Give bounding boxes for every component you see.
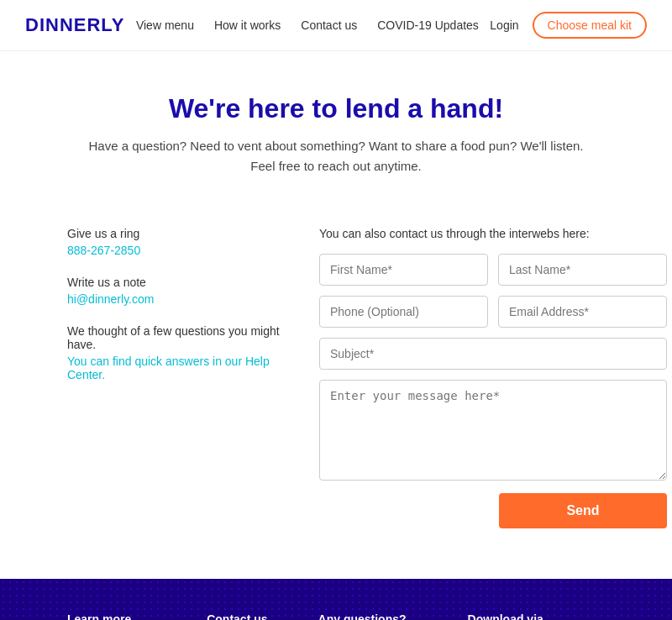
phone-input[interactable]: [319, 296, 488, 328]
help-center-link[interactable]: You can find quick answers in our Help C…: [67, 355, 270, 381]
nav-view-menu[interactable]: View menu: [136, 18, 194, 32]
hero-section: We're here to lend a hand! Have a questi…: [0, 51, 672, 210]
email-section: Write us a note hi@dinnerly.com: [67, 276, 286, 306]
hero-line1: Have a question? Need to vent about some…: [17, 136, 655, 156]
help-section: We thought of a few questions you might …: [67, 324, 286, 381]
contact-email[interactable]: hi@dinnerly.com: [67, 292, 154, 306]
main-content: Give us a ring 888-267-2850 Write us a n…: [0, 210, 672, 579]
footer-learn-more: Learn more How it works Careers Terms Pr…: [67, 612, 156, 620]
phone-email-row: [319, 296, 667, 328]
footer-questions-heading: Any questions?: [318, 612, 417, 620]
phone-title: Give us a ring: [67, 227, 286, 240]
footer-contact-heading: Contact us: [207, 612, 267, 620]
nav-how-it-works[interactable]: How it works: [214, 18, 281, 32]
help-text: We thought of a few questions you might …: [67, 324, 286, 351]
nav-covid[interactable]: COVID-19 Updates: [377, 18, 479, 32]
footer-questions: Any questions? 🇦🇺 hi@dinnerly.com: [318, 612, 417, 620]
nav-contact-us[interactable]: Contact us: [301, 18, 357, 32]
phone-section: Give us a ring 888-267-2850: [67, 227, 286, 257]
subject-input[interactable]: [319, 338, 667, 370]
send-button[interactable]: Send: [499, 493, 667, 528]
hero-heading: We're here to lend a hand!: [17, 93, 655, 124]
email-input[interactable]: [498, 296, 667, 328]
footer: Learn more How it works Careers Terms Pr…: [0, 579, 672, 620]
phone-number[interactable]: 888-267-2850: [67, 244, 140, 257]
name-row: [319, 254, 667, 286]
login-button[interactable]: Login: [490, 18, 518, 32]
email-title: Write us a note: [67, 276, 286, 289]
main-nav: View menu How it works Contact us COVID-…: [136, 18, 479, 32]
footer-download-heading: Download via: [468, 612, 585, 620]
form-label: You can also contact us through the inte…: [319, 227, 667, 240]
contact-info: Give us a ring 888-267-2850 Write us a n…: [67, 227, 286, 528]
logo[interactable]: DINNERLY: [25, 14, 124, 36]
header: DINNERLY View menu How it works Contact …: [0, 0, 672, 51]
choose-meal-kit-button[interactable]: Choose meal kit: [533, 12, 647, 39]
first-name-input[interactable]: [319, 254, 488, 286]
header-actions: Login Choose meal kit: [490, 12, 647, 39]
footer-top: Learn more How it works Careers Terms Pr…: [67, 612, 605, 620]
footer-download: Download via  Download on the App Store…: [468, 612, 585, 620]
message-textarea[interactable]: [319, 380, 667, 481]
footer-learn-more-heading: Learn more: [67, 612, 156, 620]
hero-line2: Feel free to reach out anytime.: [17, 156, 655, 176]
last-name-input[interactable]: [498, 254, 667, 286]
footer-contact-us: Contact us Talk to us Help Center: [207, 612, 267, 620]
contact-form-container: You can also contact us through the inte…: [319, 227, 667, 528]
